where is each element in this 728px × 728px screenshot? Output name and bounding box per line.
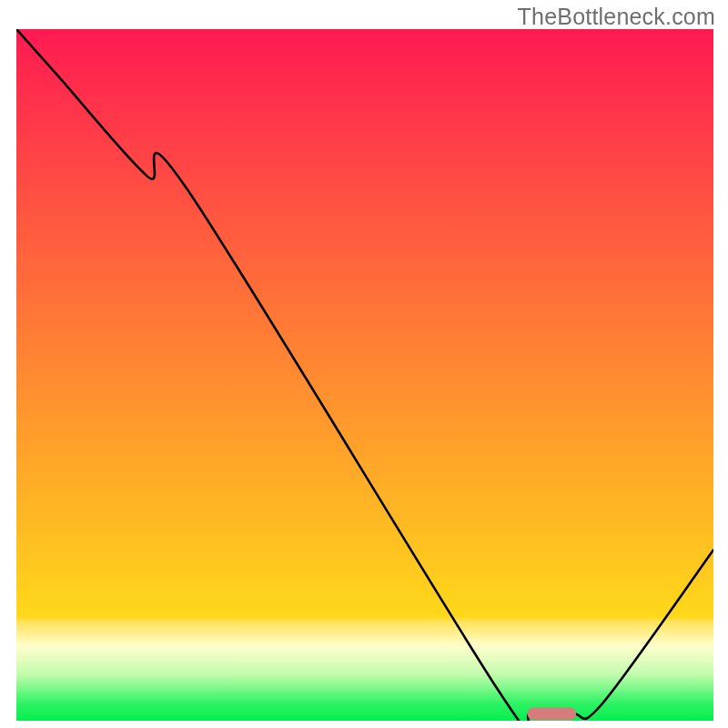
optimal-marker [527,708,576,721]
chart-svg [16,29,713,721]
watermark-text: TheBottleneck.com [518,4,715,30]
chart-canvas: TheBottleneck.com [0,0,728,728]
gradient-background [16,29,713,721]
plot-area [16,29,713,721]
